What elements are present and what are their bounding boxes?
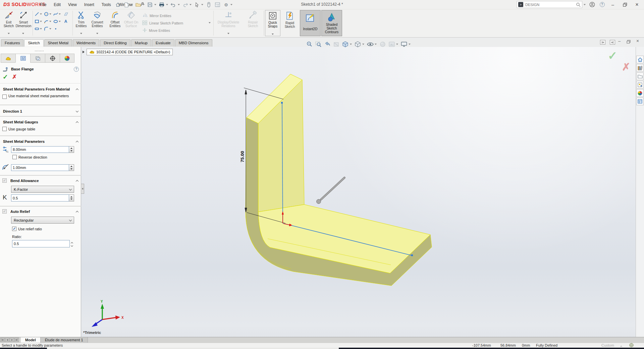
resources-home-icon[interactable] [636, 56, 644, 63]
tab-motion-study[interactable]: Étude de mouvement 1 [41, 337, 88, 343]
section-from-material[interactable]: Sheet Metal Parameters From Material [0, 86, 81, 92]
k-factor-input[interactable]: 0.5 [11, 194, 69, 201]
circle-tool-caret[interactable] [49, 13, 51, 15]
model-3d-preview[interactable]: 75.00 Y X [81, 47, 636, 337]
circle-tool-icon[interactable] [44, 11, 49, 17]
tab-direct-editing[interactable]: Direct Editing [100, 39, 130, 47]
redo-button[interactable] [181, 1, 190, 8]
point-tool-icon[interactable] [53, 26, 58, 32]
sketch-endpoint-top[interactable] [281, 102, 283, 104]
tab-feature-tree[interactable] [1, 54, 15, 63]
tab-scroll-first-button[interactable] [0, 338, 5, 342]
quick-snaps-button[interactable]: Quick Snaps [265, 10, 280, 36]
options-dropdown-caret[interactable] [230, 4, 232, 5]
task-scheduler-icon[interactable] [213, 1, 222, 8]
shaded-sketch-contours-button[interactable]: Shaded Sketch Contours [321, 10, 342, 36]
doc-close-icon[interactable]: × [636, 38, 639, 44]
tab-sketch[interactable]: Sketch [24, 39, 43, 47]
search-scope-caret[interactable] [584, 4, 586, 5]
new-document-button[interactable] [122, 1, 131, 8]
use-relief-ratio-label[interactable]: Use relief ratio [18, 227, 42, 231]
tab-appearances[interactable] [60, 54, 74, 63]
offset-on-surface-button[interactable]: Offset On Surface [123, 11, 139, 32]
search-icon[interactable] [576, 2, 581, 7]
view-settings-caret[interactable] [409, 44, 411, 45]
tab-configurations[interactable] [30, 54, 45, 63]
display-delete-relations-button[interactable]: Display/Delete Relations [216, 11, 241, 32]
save-button[interactable] [146, 1, 154, 8]
menu-view[interactable]: View [64, 0, 80, 9]
tags-globe-icon[interactable] [629, 343, 634, 348]
menu-edit[interactable]: Edit [50, 0, 64, 9]
arc-tool-icon[interactable] [44, 19, 49, 24]
spline-tool-caret[interactable] [59, 13, 61, 15]
trim-entities-caret[interactable] [80, 33, 82, 34]
view-palette-icon[interactable] [636, 81, 644, 89]
unit-system[interactable]: Custom [601, 343, 614, 347]
pm-ok-button[interactable]: ✓ [3, 73, 8, 81]
redo-dropdown-caret[interactable] [190, 4, 192, 5]
view-orientation-caret[interactable] [350, 44, 352, 45]
open-button[interactable] [134, 1, 143, 8]
search-input[interactable]: DESIGN [525, 3, 576, 7]
tab-evaluate[interactable]: Evaluate [152, 39, 174, 47]
view-settings-icon[interactable] [399, 41, 409, 48]
convert-entities-caret[interactable] [96, 33, 98, 34]
menu-file[interactable]: File [36, 0, 50, 9]
view-orientation-icon[interactable] [341, 41, 350, 48]
zoom-to-area-icon[interactable] [314, 41, 323, 48]
exit-sketch-button[interactable]: Exit Sketch [1, 11, 17, 32]
tab-scroll-right-button[interactable] [10, 338, 14, 342]
linear-sketch-pattern-button[interactable]: Linear Sketch Pattern [142, 20, 183, 26]
close-button[interactable]: × [632, 0, 642, 9]
home-button[interactable] [113, 1, 122, 8]
doc-restore-icon[interactable] [627, 40, 631, 44]
quick-snaps-caret[interactable] [272, 34, 274, 35]
thickness-input[interactable]: 8.00mm [11, 146, 69, 153]
tab-scroll-last-button[interactable] [14, 338, 19, 342]
exit-sketch-caret[interactable] [8, 33, 10, 34]
rectangle-tool-caret[interactable] [40, 21, 42, 22]
design-library-icon[interactable] [636, 64, 644, 72]
tab-mbd-dimensions[interactable]: MBD Dimensions [175, 39, 212, 47]
zoom-to-fit-icon[interactable] [305, 41, 314, 48]
apply-scene-icon[interactable] [387, 41, 396, 48]
mirror-entities-button[interactable]: Mirror Entities [142, 13, 171, 19]
sketch-plane-icon[interactable] [63, 11, 68, 17]
slot-tool-icon[interactable] [34, 26, 40, 32]
instant2d-button[interactable]: Instant2D [300, 10, 321, 36]
pm-help-icon[interactable]: ? [74, 67, 79, 72]
confirm-cancel-icon[interactable]: ✗ [622, 61, 630, 73]
spline-tool-icon[interactable] [53, 11, 58, 17]
tab-markup[interactable]: Markup [131, 39, 151, 47]
tab-sheet-metal[interactable]: Sheet Metal [44, 39, 72, 47]
user-account-icon[interactable] [587, 0, 597, 9]
display-style-icon[interactable] [353, 41, 362, 48]
text-tool-icon[interactable]: A [63, 19, 68, 24]
section-direction1[interactable]: Direction 1 [0, 109, 81, 114]
select-button[interactable] [193, 1, 201, 8]
use-material-label[interactable]: Use material sheet metal parameters [8, 94, 72, 98]
file-explorer-icon[interactable] [636, 72, 644, 80]
custom-properties-icon[interactable] [636, 98, 644, 105]
offset-entities-button[interactable]: Offset Entities [107, 11, 123, 32]
convert-entities-button[interactable]: Convert Entities [89, 11, 106, 32]
linear-pattern-caret[interactable] [209, 22, 211, 23]
collapse-pane-left-icon[interactable] [600, 40, 605, 45]
rectangle-tool-icon[interactable] [34, 19, 40, 24]
line-tool-caret[interactable] [40, 13, 42, 15]
bend-radius-spinner[interactable] [69, 164, 74, 171]
section-bend-allowance[interactable]: Bend Allowance [7, 178, 81, 183]
tab-scroll-left-button[interactable] [5, 338, 9, 342]
ellipse-tool-caret[interactable] [59, 21, 61, 22]
collapse-pane-right-icon[interactable] [610, 40, 615, 45]
open-dropdown-caret[interactable] [143, 4, 145, 5]
tab-dimxpert[interactable] [45, 54, 60, 63]
previous-view-icon[interactable] [323, 41, 332, 48]
print-button[interactable] [157, 1, 166, 8]
use-gauge-table-label[interactable]: Use gauge table [8, 127, 35, 131]
confirm-ok-icon[interactable]: ✓ [608, 49, 618, 62]
section-auto-relief[interactable]: Auto Relief [7, 209, 81, 214]
k-factor-spinner[interactable] [69, 194, 74, 201]
bend-radius-input[interactable]: 1.00mm [11, 164, 69, 171]
